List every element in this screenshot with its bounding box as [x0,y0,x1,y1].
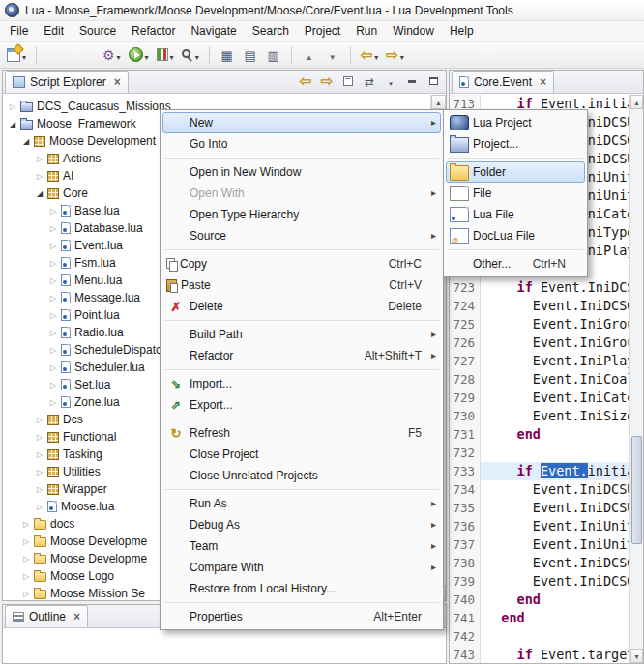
scrollbar-thumb[interactable] [631,436,642,544]
code-line[interactable]: 738 Event.IniDCSGroup = Event.IniDCSUnit… [450,554,629,572]
tab-script-explorer[interactable]: Script Explorer [5,71,129,93]
menu-item-team[interactable]: Team [162,535,441,557]
code-line[interactable]: 728 Event.IniCoalition = Event.IniDCSUni… [450,370,629,389]
line-number[interactable]: 743 [450,646,481,663]
expand-arrow-icon[interactable] [34,485,45,494]
menu-item-restore-from-local-history[interactable]: Restore from Local History... [162,578,441,599]
menu-item-export[interactable]: Export... [162,394,441,416]
menu-window[interactable]: Window [385,22,442,40]
code-line[interactable]: 737 Event.IniUnit = UNIT:FindByName( Eve… [450,535,629,554]
external-tools-button[interactable] [100,44,124,66]
menu-item-folder[interactable]: Folder [446,161,585,183]
line-number[interactable]: 723 [450,278,481,297]
menu-item-debug-as[interactable]: Debug As [162,514,441,535]
menu-item-lua-file[interactable]: Lua File [446,204,585,225]
menu-search[interactable]: Search [245,22,297,40]
expand-arrow-icon[interactable] [47,242,59,250]
menu-navigate[interactable]: Navigate [183,22,244,40]
expand-arrow-icon[interactable] [47,329,59,337]
expand-arrow-icon[interactable] [34,468,45,476]
menu-refactor[interactable]: Refactor [124,22,183,40]
code-line[interactable]: 736 Event.IniUnitName = Event.IniDCSUnit… [450,517,629,535]
menu-item-close-project[interactable]: Close Project [162,444,441,465]
menu-item-refactor[interactable]: RefactorAlt+Shift+T [162,345,441,366]
view-rows-button[interactable] [240,44,261,66]
line-number[interactable]: 728 [450,370,481,389]
line-number[interactable]: 734 [450,480,481,499]
menu-project[interactable]: Project [297,22,348,40]
scroll-down-icon[interactable] [630,649,643,663]
expand-arrow-icon[interactable] [34,450,45,459]
code-line[interactable]: 729 Event.IniCategory = Event.IniDCSUnit… [450,389,629,407]
expand-arrow-icon[interactable] [47,259,59,268]
maximize-button[interactable] [426,73,440,89]
line-number[interactable]: 727 [450,352,481,370]
menu-item-new[interactable]: New [162,112,441,133]
collapse-all-button[interactable] [341,73,355,89]
expand-arrow-icon[interactable] [20,537,32,546]
expand-arrow-icon[interactable] [20,590,32,598]
expand-arrow-icon[interactable] [34,433,45,442]
code-line[interactable]: 724 Event.IniDCSGroupName = Event.IniDCS… [450,297,629,315]
menu-item-lua-project[interactable]: Lua Project [446,112,585,133]
line-number[interactable]: 724 [450,297,481,315]
collapse-arrow-icon[interactable] [20,137,32,146]
expand-arrow-icon[interactable] [47,294,59,303]
expand-arrow-icon[interactable] [47,207,59,216]
line-number[interactable]: 731 [450,425,481,444]
menu-source[interactable]: Source [72,22,124,40]
code-line[interactable]: 725 Event.IniGroupName = Event.IniDCSGro… [450,315,629,333]
scroll-up-icon[interactable] [630,95,643,109]
expand-arrow-icon[interactable] [47,276,59,285]
view-grid-button[interactable] [217,44,238,66]
line-number[interactable]: 739 [450,572,481,591]
expand-arrow-icon[interactable] [20,520,32,529]
line-number[interactable]: 737 [450,535,481,554]
line-number[interactable]: 726 [450,333,481,352]
expand-arrow-icon[interactable] [47,224,59,233]
coverage-button[interactable] [154,44,177,66]
link-with-editor-button[interactable] [363,73,376,89]
menu-item-import[interactable]: Import... [162,373,441,394]
line-number[interactable]: 732 [450,444,481,462]
code-line[interactable]: 731 end [450,425,629,444]
menu-item-compare-with[interactable]: Compare With [162,557,441,578]
menu-item-open-with[interactable]: Open With [162,183,441,204]
code-line[interactable]: 740 end [450,591,629,609]
expand-arrow-icon[interactable] [7,102,18,111]
menu-item-paste[interactable]: PasteCtrl+V [162,274,441,296]
code-line[interactable]: 734 Event.IniDCSUnit = Event.initiator [450,480,629,499]
expand-arrow-icon[interactable] [34,503,45,511]
view-cols-button[interactable] [263,44,284,66]
minimize-button[interactable] [405,73,419,89]
line-number[interactable]: 742 [450,627,481,646]
menu-item-go-into[interactable]: Go Into [162,133,441,155]
menu-item-project[interactable]: Project... [446,133,585,155]
line-number[interactable]: 740 [450,591,481,609]
close-view-icon[interactable] [73,611,80,622]
collapse-arrow-icon[interactable] [7,120,18,129]
back-button[interactable] [299,73,312,89]
menu-item-properties[interactable]: PropertiesAlt+Enter [162,606,441,627]
close-editor-icon[interactable] [540,76,546,88]
menu-item-open-in-new-window[interactable]: Open in New Window [162,161,441,183]
expand-arrow-icon[interactable] [47,346,59,355]
prev-annotation-button[interactable] [299,44,320,66]
code-line[interactable]: 723 if Event.IniDCSGroup then [450,278,629,297]
profile-button[interactable] [179,44,202,66]
code-line[interactable]: 743 if Event.target then [450,646,629,663]
menu-item-build-path[interactable]: Build Path [162,324,441,345]
code-line[interactable]: 739 Event.IniDCSGroupName = Event.IniDCS… [450,572,629,591]
menu-item-copy[interactable]: CopyCtrl+C [162,253,441,274]
line-number[interactable]: 735 [450,499,481,517]
line-number[interactable]: 736 [450,517,481,535]
expand-arrow-icon[interactable] [34,416,45,424]
next-annotation-button[interactable] [322,44,343,66]
line-number[interactable]: 733 [450,462,481,480]
menu-item-run-as[interactable]: Run As [162,493,441,514]
forward-button[interactable] [320,73,334,89]
line-number[interactable]: 729 [450,389,481,407]
line-number[interactable]: 738 [450,554,481,572]
forward-button[interactable] [383,44,407,66]
menu-run[interactable]: Run [348,22,385,40]
